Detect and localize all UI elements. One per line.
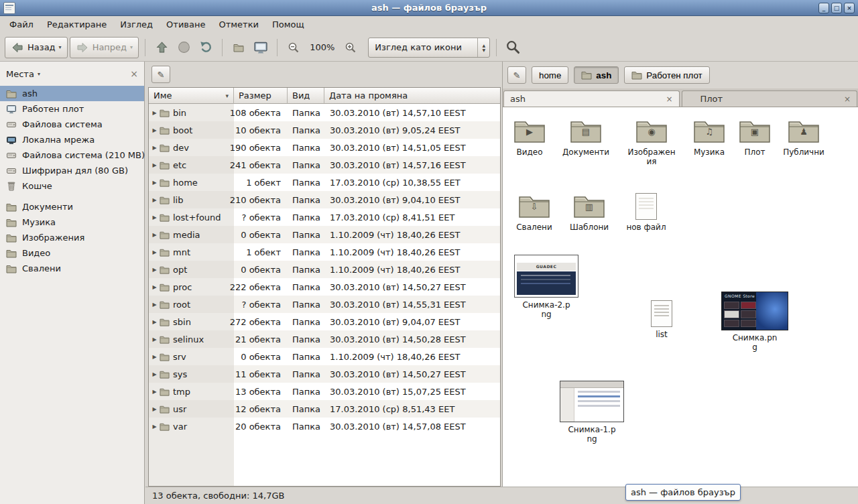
tab-plot[interactable]: Плот × <box>682 90 858 107</box>
tab-ash[interactable]: ash × <box>503 90 680 107</box>
sidebar-item-1[interactable]: Работен плот <box>0 101 144 117</box>
expander-icon[interactable]: ▶ <box>150 406 159 412</box>
table-row[interactable]: ▶home1 обектПапка17.03.2010 (ср) 10,38,5… <box>149 174 500 191</box>
icon-item-9[interactable]: GUADECСнимка-2.png <box>513 255 580 319</box>
table-row[interactable]: ▶lost+found? обектаПапка17.03.2010 (ср) … <box>149 208 500 226</box>
expander-icon[interactable]: ▶ <box>150 354 159 360</box>
icon-item-11[interactable]: GNOME StoreСнимка.png <box>721 292 788 352</box>
column-header-name[interactable]: Име ▾ <box>149 88 234 104</box>
sidebar-item-2[interactable]: Файлова система <box>0 117 144 132</box>
menu-file[interactable]: Файл <box>3 16 40 34</box>
sidebar-item-10[interactable]: Видео <box>0 245 144 261</box>
expander-icon[interactable]: ▶ <box>150 336 159 342</box>
location-toggle-button[interactable]: ✎ <box>507 66 526 84</box>
table-row[interactable]: ▶srv0 обектаПапка1.10.2009 (чт) 18,40,26… <box>149 348 500 365</box>
close-button[interactable]: × <box>844 3 855 13</box>
sidebar-item-9[interactable]: Изображения <box>0 230 144 245</box>
icon-item-6[interactable]: ⇩Свалени <box>504 193 564 232</box>
menu-view[interactable]: Изглед <box>113 16 160 34</box>
sidebar-item-7[interactable]: Документи <box>0 199 144 214</box>
menu-go[interactable]: Отиване <box>160 16 212 34</box>
table-row[interactable]: ▶var20 обектаПапка30.03.2010 (вт) 14,57,… <box>149 418 500 435</box>
column-header-date[interactable]: Дата на промяна <box>324 88 500 104</box>
expander-icon[interactable]: ▶ <box>150 284 159 290</box>
expander-icon[interactable]: ▶ <box>150 162 159 168</box>
zoom-in-button[interactable] <box>341 38 361 58</box>
path-button-1[interactable]: ash <box>574 66 619 84</box>
table-row[interactable]: ▶bin108 обектаПапка30.03.2010 (вт) 14,57… <box>149 104 500 121</box>
table-row[interactable]: ▶opt0 обектаПапка1.10.2009 (чт) 18,40,26… <box>149 261 500 278</box>
table-row[interactable]: ▶etc241 обектаПапка30.03.2010 (вт) 14,57… <box>149 156 500 174</box>
menu-bookmarks[interactable]: Отметки <box>212 16 265 34</box>
column-header-type[interactable]: Вид <box>288 88 324 104</box>
forward-button[interactable]: Напред ▾ <box>70 37 139 58</box>
expander-icon[interactable]: ▶ <box>150 180 159 186</box>
icon-item-10[interactable]: list <box>631 300 692 339</box>
tab-close-icon[interactable]: × <box>666 94 672 104</box>
reload-button[interactable] <box>196 38 216 58</box>
location-toggle-button[interactable]: ✎ <box>151 66 170 83</box>
path-button-0[interactable]: home <box>532 66 568 84</box>
icon-item-0[interactable]: ▶Видео <box>503 118 560 157</box>
sidebar-close-icon[interactable]: × <box>130 68 138 79</box>
back-button[interactable]: Назад ▾ <box>5 37 68 58</box>
menu-edit[interactable]: Редактиране <box>40 16 113 34</box>
sidebar-item-5[interactable]: Шифриран дял (80 GB) <box>0 163 144 178</box>
icon-grid[interactable]: ▶Видео▤Документи◉Изображения♫Музика▣Плот… <box>503 107 858 487</box>
table-row[interactable]: ▶dev190 обектаПапка30.03.2010 (вт) 14,51… <box>149 139 500 156</box>
search-button[interactable] <box>503 38 523 58</box>
table-row[interactable]: ▶root? обектаПапка30.03.2010 (вт) 14,55,… <box>149 296 500 313</box>
table-row[interactable]: ▶boot10 обектаПапка30.03.2010 (вт) 9,05,… <box>149 121 500 139</box>
expander-icon[interactable]: ▶ <box>150 232 159 238</box>
expander-icon[interactable]: ▶ <box>150 110 159 116</box>
icon-item-5[interactable]: ♟Публични <box>774 118 834 157</box>
back-dropdown-icon[interactable]: ▾ <box>59 44 62 50</box>
icon-item-7[interactable]: ▥Шаблони <box>559 193 619 232</box>
table-row[interactable]: ▶proc222 обектаПапка30.03.2010 (вт) 14,5… <box>149 278 500 296</box>
expander-icon[interactable]: ▶ <box>150 424 159 430</box>
menu-help[interactable]: Помощ <box>265 16 311 34</box>
view-mode-spinner[interactable]: ▲ ▼ <box>477 38 489 57</box>
table-row[interactable]: ▶usr12 обектаПапка17.03.2010 (ср) 8,51,4… <box>149 400 500 418</box>
expander-icon[interactable]: ▶ <box>150 249 159 255</box>
table-row[interactable]: ▶mnt1 обектПапка1.10.2009 (чт) 18,40,26 … <box>149 243 500 261</box>
icon-item-2[interactable]: ◉Изображения <box>621 118 682 166</box>
expander-icon[interactable]: ▶ <box>150 371 159 377</box>
maximize-button[interactable]: □ <box>831 3 842 13</box>
up-button[interactable] <box>151 38 172 58</box>
minimize-button[interactable]: _ <box>818 3 829 13</box>
sidebar-item-3[interactable]: Локална мрежа <box>0 132 144 147</box>
table-row[interactable]: ▶media0 обектаПапка1.10.2009 (чт) 18,40,… <box>149 226 500 243</box>
taskbar-window-label[interactable]: ash — файлов браузър <box>625 484 741 501</box>
table-row[interactable]: ▶sbin272 обектаПапка30.03.2010 (вт) 9,04… <box>149 313 500 330</box>
stop-button[interactable] <box>174 38 194 58</box>
icon-item-1[interactable]: ▤Документи <box>556 118 616 157</box>
table-row[interactable]: ▶lib210 обектаПапка30.03.2010 (вт) 9,04,… <box>149 191 500 208</box>
view-mode-select[interactable]: Изглед като икони ▲ ▼ <box>368 38 490 58</box>
title-bar[interactable]: ash — файлов браузър _ □ × <box>0 0 858 16</box>
table-row[interactable]: ▶selinux21 обектаПапка30.03.2010 (вт) 14… <box>149 330 500 348</box>
sidebar-item-8[interactable]: Музика <box>0 214 144 230</box>
column-header-size[interactable]: Размер <box>234 88 288 104</box>
expander-icon[interactable]: ▶ <box>150 267 159 273</box>
expander-icon[interactable]: ▶ <box>150 127 159 133</box>
sidebar-item-0[interactable]: ash <box>0 86 144 101</box>
forward-dropdown-icon[interactable]: ▾ <box>130 44 133 50</box>
sidebar-dropdown-icon[interactable]: ▾ <box>38 71 40 77</box>
expander-icon[interactable]: ▶ <box>150 302 159 308</box>
home-button[interactable] <box>229 38 249 58</box>
expander-icon[interactable]: ▶ <box>150 197 159 203</box>
sidebar-item-6[interactable]: Кошче <box>0 178 144 194</box>
expander-icon[interactable]: ▶ <box>150 145 159 151</box>
computer-button[interactable] <box>251 38 271 58</box>
sidebar-title[interactable]: Места <box>6 69 34 79</box>
expander-icon[interactable]: ▶ <box>150 389 159 395</box>
icon-item-12[interactable]: Снимка-1.png <box>558 381 625 444</box>
sidebar-item-11[interactable]: Свалени <box>0 261 144 276</box>
expander-icon[interactable]: ▶ <box>150 319 159 325</box>
tab-close-icon[interactable]: × <box>844 94 851 104</box>
zoom-out-button[interactable] <box>284 38 304 58</box>
sidebar-item-4[interactable]: Файлова система (210 MB) <box>0 147 144 163</box>
icon-item-8[interactable]: нов файл <box>616 193 676 232</box>
table-row[interactable]: ▶sys11 обектаПапка30.03.2010 (вт) 14,50,… <box>149 365 500 383</box>
